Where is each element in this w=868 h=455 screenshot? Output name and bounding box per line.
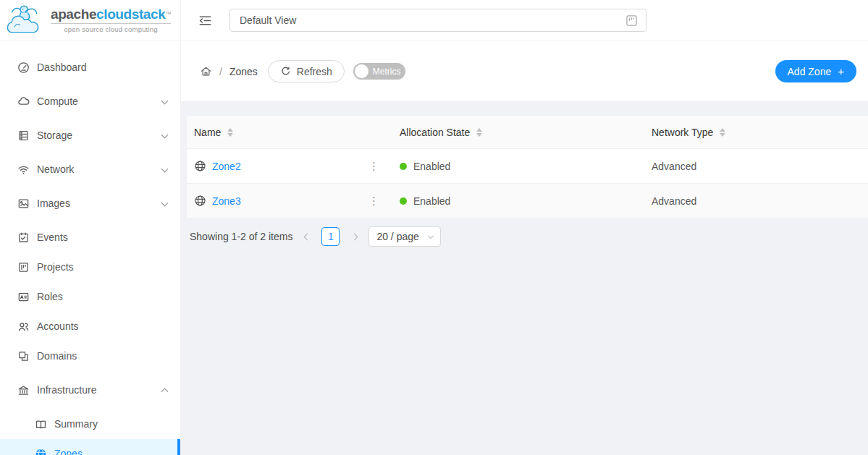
status-dot-enabled	[400, 163, 407, 170]
zones-table: Name Allocation State Network Type	[187, 116, 868, 218]
menu-fold-icon[interactable]	[197, 12, 213, 28]
allocation-state-cell: Enabled	[392, 161, 644, 172]
table-row[interactable]: Zone3 ⋮ Enabled Advanced	[187, 184, 868, 218]
wifi-icon	[17, 163, 30, 176]
zone-link[interactable]: Zone2	[212, 161, 241, 172]
chevron-up-icon	[161, 388, 169, 396]
brand-title: apachecloudstack™	[51, 7, 171, 22]
logo-area[interactable]: apachecloudstack™ open source cloud comp…	[0, 0, 180, 41]
main-area: / Zones Refresh Metrics Add Zone +	[181, 0, 868, 455]
plus-icon: +	[838, 66, 844, 77]
allocation-state-cell: Enabled	[392, 195, 644, 207]
idcard-icon	[17, 291, 30, 303]
more-actions-icon[interactable]: ⋮	[368, 160, 379, 173]
refresh-icon	[280, 66, 291, 77]
zone-link[interactable]: Zone3	[212, 195, 241, 207]
brand-subtitle: open source cloud computing	[51, 23, 171, 33]
column-header-network-type[interactable]: Network Type	[644, 127, 868, 138]
breadcrumb: / Zones	[200, 65, 258, 77]
chevron-down-icon	[161, 199, 169, 206]
cloudstack-app: apachecloudstack™ open source cloud comp…	[0, 0, 868, 455]
sidebar-item-accounts[interactable]: Accounts	[0, 312, 180, 341]
chevron-down-icon	[161, 165, 169, 172]
current-page-button[interactable]: 1	[321, 227, 340, 246]
team-icon	[17, 320, 30, 333]
table-header-row: Name Allocation State Network Type	[187, 116, 868, 149]
picture-icon	[17, 197, 30, 210]
sidebar-item-storage[interactable]: Storage	[0, 121, 180, 150]
sort-icon[interactable]	[227, 128, 233, 137]
status-dot-enabled	[400, 197, 407, 205]
sidebar-item-compute[interactable]: Compute	[0, 87, 180, 116]
next-page-icon[interactable]	[346, 227, 362, 246]
sidebar-item-images[interactable]: Images	[0, 189, 180, 218]
sidebar-item-network[interactable]: Network	[0, 155, 180, 184]
refresh-button[interactable]: Refresh	[268, 60, 345, 82]
open-book-icon	[35, 418, 47, 430]
logo-text: apachecloudstack™ open source cloud comp…	[51, 7, 171, 33]
chevron-down-icon	[428, 232, 434, 238]
project-icon	[17, 261, 30, 273]
globe-icon	[194, 195, 206, 207]
zone-name-cell: Zone2 ⋮	[187, 160, 392, 173]
calendar-check-icon	[17, 231, 30, 244]
network-type-cell: Advanced	[644, 195, 868, 207]
breadcrumb-separator: /	[219, 66, 222, 77]
pagination-summary: Showing 1-2 of 2 items	[190, 231, 292, 242]
table-row[interactable]: Zone2 ⋮ Enabled Advanced	[187, 149, 868, 184]
metrics-toggle[interactable]: Metrics	[353, 63, 405, 80]
zone-name-cell: Zone3 ⋮	[187, 195, 392, 208]
page-size-select[interactable]: 20 / page	[368, 226, 440, 247]
cloud-icon	[17, 95, 30, 108]
sidebar: apachecloudstack™ open source cloud comp…	[0, 0, 181, 455]
sort-icon[interactable]	[476, 128, 482, 137]
bank-icon	[17, 384, 30, 396]
more-actions-icon[interactable]: ⋮	[368, 195, 379, 208]
sidebar-menu: Dashboard Compute Storage	[0, 41, 180, 455]
home-icon[interactable]	[200, 65, 212, 77]
network-type-cell: Advanced	[644, 161, 868, 172]
page-header: / Zones Refresh Metrics Add Zone +	[181, 41, 868, 101]
content-body: Name Allocation State Network Type	[181, 101, 868, 455]
globe-icon	[35, 448, 47, 455]
cloudmonkey-logo	[4, 3, 46, 38]
column-header-allocation-state[interactable]: Allocation State	[392, 127, 644, 138]
sidebar-item-domains[interactable]: Domains	[0, 341, 180, 371]
globe-icon	[194, 160, 206, 172]
pagination: Showing 1-2 of 2 items 1 20 / page	[187, 226, 868, 247]
chevron-down-icon	[161, 131, 169, 138]
chevron-down-icon	[161, 97, 169, 104]
prev-page-icon[interactable]	[299, 227, 315, 246]
database-icon	[17, 129, 30, 142]
breadcrumb-current: Zones	[229, 66, 258, 77]
project-selector[interactable]	[229, 9, 646, 32]
status-label: Enabled	[413, 195, 450, 207]
toggle-knob	[355, 64, 368, 78]
add-zone-button[interactable]: Add Zone +	[775, 60, 856, 82]
topbar	[181, 0, 868, 41]
dashboard-icon	[17, 61, 30, 74]
project-selector-input[interactable]	[238, 14, 625, 27]
sidebar-item-summary[interactable]: Summary	[0, 409, 180, 439]
blocks-icon	[17, 350, 30, 362]
sidebar-item-events[interactable]: Events	[0, 223, 180, 252]
sidebar-item-dashboard[interactable]: Dashboard	[0, 53, 180, 82]
column-header-name[interactable]: Name	[187, 127, 392, 138]
sidebar-item-zones[interactable]: Zones	[0, 439, 180, 455]
status-label: Enabled	[413, 161, 450, 172]
project-box-icon	[625, 14, 638, 27]
sort-icon[interactable]	[720, 128, 725, 137]
sidebar-item-roles[interactable]: Roles	[0, 282, 180, 312]
sidebar-item-infrastructure[interactable]: Infrastructure	[0, 375, 180, 405]
sidebar-item-projects[interactable]: Projects	[0, 252, 180, 282]
